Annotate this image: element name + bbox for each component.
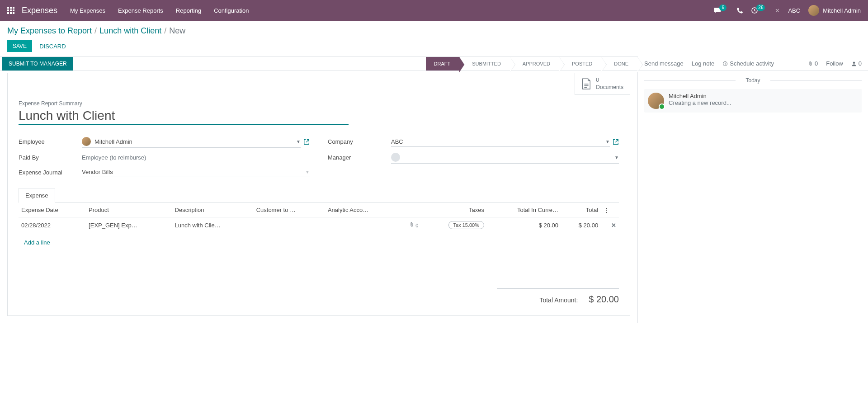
manager-label: Manager (328, 154, 391, 161)
clock-icon (722, 61, 728, 66)
status-posted[interactable]: POSTED (559, 57, 601, 71)
user-menu[interactable]: Mitchell Admin (808, 5, 861, 16)
message-author: Mitchell Admin (669, 93, 731, 99)
total-row: Total Amount: $ 20.00 (497, 288, 619, 305)
status-approved[interactable]: APPROVED (510, 57, 559, 71)
external-link-icon[interactable] (303, 139, 310, 145)
field-employee: Employee Mitchell Admin ▼ (19, 136, 310, 148)
button-row: SAVE DISCARD (7, 40, 861, 52)
summary-label: Expense Report Summary (19, 100, 619, 107)
employee-avatar (82, 137, 91, 146)
cell-product[interactable]: [EXP_GEN] Exp… (86, 217, 172, 233)
tab-expense[interactable]: Expense (19, 188, 55, 203)
svg-point-2 (853, 61, 855, 64)
employee-value[interactable]: Mitchell Admin ▼ (82, 136, 301, 148)
send-message-button[interactable]: Send message (644, 60, 684, 67)
follower-count: 0 (859, 60, 862, 67)
company-name[interactable]: ABC (788, 7, 800, 14)
journal-text: Vendor Bills (82, 169, 113, 175)
chevron-down-icon: ▼ (605, 139, 610, 144)
field-paidby: Paid By Employee (to reimburse) (19, 151, 310, 164)
cell-total-curr[interactable]: $ 20.00 (487, 217, 561, 233)
submit-to-manager-button[interactable]: SUBMIT TO MANAGER (2, 57, 73, 71)
doc-label: Documents (596, 84, 623, 91)
nav-my-expenses[interactable]: My Expenses (70, 7, 105, 14)
discard-button[interactable]: DISCARD (39, 43, 66, 50)
fields-grid: Employee Mitchell Admin ▼ Company (19, 136, 619, 177)
messages-icon[interactable]: 6 (714, 7, 728, 14)
chevron-down-icon: ▼ (305, 169, 310, 174)
doc-button-wrap: 0 Documents (8, 73, 630, 95)
close-icon[interactable]: ✕ (775, 7, 780, 14)
followers-button[interactable]: 0 (851, 60, 862, 67)
nav-configuration[interactable]: Configuration (214, 7, 249, 14)
summary-input[interactable] (19, 108, 349, 125)
message: Mitchell Admin Creating a new record... (644, 89, 862, 113)
company-text: ABC (391, 138, 403, 145)
top-nav: Expenses My Expenses Expense Reports Rep… (0, 0, 868, 21)
breadcrumb-parent[interactable]: Lunch with Client (99, 26, 161, 36)
total-value: $ 20.00 (589, 294, 619, 305)
status-submitted[interactable]: SUBMITTED (459, 57, 510, 71)
activity-badge: 26 (756, 5, 765, 11)
phone-icon[interactable] (736, 7, 743, 14)
paidby-label: Paid By (19, 154, 82, 161)
main-wrap: SUBMIT TO MANAGER DRAFT SUBMITTED APPROV… (0, 56, 868, 323)
documents-button[interactable]: 0 Documents (575, 73, 630, 95)
cell-analytic[interactable] (325, 217, 399, 233)
breadcrumb-root[interactable]: My Expenses to Report (7, 26, 92, 36)
status-draft[interactable]: DRAFT (426, 57, 460, 71)
expense-table: Expense Date Product Description Custome… (19, 203, 619, 252)
schedule-activity-button[interactable]: Schedule activity (722, 60, 774, 67)
nav-reporting[interactable]: Reporting (176, 7, 201, 14)
schedule-label: Schedule activity (730, 60, 774, 67)
activity-icon[interactable]: 26 (751, 7, 767, 14)
company-value[interactable]: ABC ▼ (391, 137, 610, 147)
apps-icon[interactable] (7, 7, 14, 14)
user-avatar (808, 5, 819, 16)
col-total-curr[interactable]: Total In Curre… (487, 203, 561, 217)
table-row[interactable]: 02/28/2022 [EXP_GEN] Exp… Lunch with Cli… (19, 217, 619, 233)
cell-description[interactable]: Lunch with Clie… (172, 217, 254, 233)
col-product[interactable]: Product (86, 203, 172, 217)
app-brand[interactable]: Expenses (22, 6, 57, 15)
journal-value[interactable]: Vendor Bills ▼ (82, 167, 310, 177)
col-date[interactable]: Expense Date (19, 203, 86, 217)
total-wrap: Total Amount: $ 20.00 (19, 279, 619, 305)
col-analytic[interactable]: Analytic Acco… (325, 203, 399, 217)
col-taxes[interactable]: Taxes (421, 203, 487, 217)
nav-expense-reports[interactable]: Expense Reports (118, 7, 163, 14)
cell-customer[interactable] (254, 217, 325, 233)
doc-count: 0 (596, 77, 623, 84)
sheet-body: Expense Report Summary Employee Mitchell… (8, 95, 630, 315)
tabs: Expense (19, 188, 619, 203)
cell-total[interactable]: $ 20.00 (561, 217, 601, 233)
row-delete-icon[interactable]: ✕ (611, 222, 616, 229)
attach-count: 0 (815, 60, 818, 67)
form-sheet: SUBMIT TO MANAGER DRAFT SUBMITTED APPROV… (0, 56, 637, 323)
col-total[interactable]: Total (561, 203, 601, 217)
save-button[interactable]: SAVE (7, 40, 32, 52)
paperclip-icon (808, 61, 813, 66)
cell-attach[interactable]: 0 (399, 217, 421, 233)
external-link-icon[interactable] (613, 139, 619, 145)
log-note-button[interactable]: Log note (692, 60, 715, 67)
manager-value[interactable]: ▼ (391, 151, 619, 164)
col-customer[interactable]: Customer to … (254, 203, 325, 217)
cell-tax[interactable]: Tax 15.00% (421, 217, 487, 233)
today-divider: Today (644, 77, 862, 84)
status-bar: SUBMIT TO MANAGER DRAFT SUBMITTED APPROV… (0, 56, 637, 71)
add-line-button[interactable]: Add a line (21, 236, 53, 249)
attachments-button[interactable]: 0 (808, 60, 818, 67)
message-text: Creating a new record... (669, 99, 731, 106)
follow-button[interactable]: Follow (826, 60, 843, 67)
col-description[interactable]: Description (172, 203, 254, 217)
nav-menu: My Expenses Expense Reports Reporting Co… (70, 7, 249, 14)
cell-date[interactable]: 02/28/2022 (19, 217, 86, 233)
breadcrumb-current: New (169, 26, 185, 36)
column-options-icon[interactable]: ⋮ (601, 203, 619, 217)
col-attach (399, 203, 421, 217)
status-arrows: DRAFT SUBMITTED APPROVED POSTED DONE (426, 57, 637, 71)
field-journal: Expense Journal Vendor Bills ▼ (19, 167, 310, 177)
journal-label: Expense Journal (19, 169, 82, 176)
